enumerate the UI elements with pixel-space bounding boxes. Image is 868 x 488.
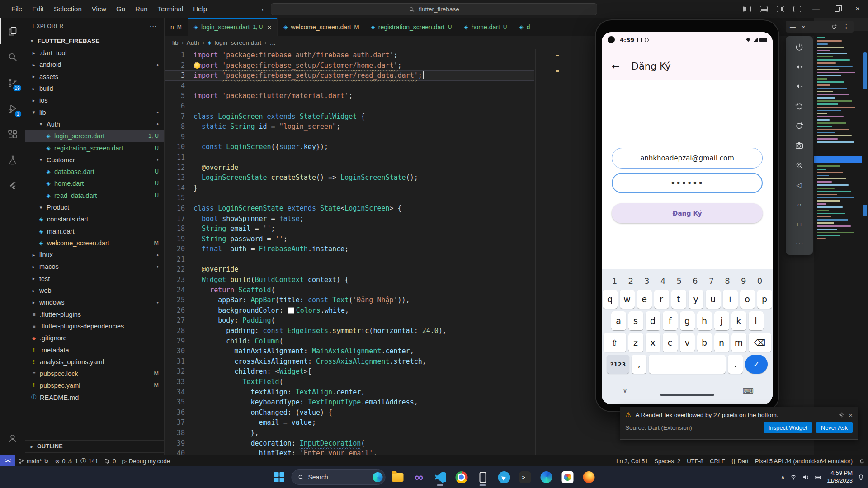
key-p[interactable]: p (757, 290, 772, 309)
source-control-icon[interactable]: 19 (0, 70, 25, 95)
indentation[interactable]: Spaces: 2 (651, 455, 684, 466)
tab-registration_screen.dart[interactable]: ◈registration_screen.dartU (365, 18, 458, 36)
code-line-29[interactable]: 29 child: Column( (165, 336, 534, 347)
lightbulb-icon[interactable] (194, 62, 200, 69)
key-g[interactable]: g (680, 311, 695, 330)
code-line-1[interactable]: 1import 'package:firebase_auth/firebase_… (165, 50, 534, 61)
code-line-24[interactable]: 24 return Scaffold( (165, 285, 534, 296)
tree-file-constants.dart[interactable]: ◈constants.dart (25, 213, 164, 225)
tree-file-welcome_screen.dart[interactable]: ◈welcome_screen.dartM (25, 237, 164, 249)
toggle-panel-icon[interactable] (760, 6, 768, 12)
volume-down-icon[interactable] (792, 80, 807, 93)
key-j[interactable]: j (714, 311, 729, 330)
key-z[interactable]: z (628, 333, 643, 352)
emulator-menu-kebab-icon[interactable]: ⋮ (843, 23, 849, 30)
space-key[interactable] (649, 355, 726, 374)
key-6[interactable]: 6 (688, 276, 703, 286)
notification-bell-icon[interactable] (858, 474, 864, 481)
code-line-15[interactable]: 15 (165, 193, 534, 203)
code-line-14[interactable]: 14} (165, 183, 534, 193)
emulator-close-icon[interactable]: × (802, 23, 806, 31)
nav-back-icon[interactable]: ← (260, 5, 268, 14)
show-desktop-button[interactable] (866, 466, 868, 488)
tree-file-read_data.dart[interactable]: ◈read_data.dartU (25, 190, 164, 202)
code-line-37[interactable]: 37 email = value; (165, 418, 534, 428)
key-k[interactable]: k (731, 311, 746, 330)
tab-n[interactable]: nM (165, 18, 188, 36)
code-line-38[interactable]: 38 }, (165, 428, 534, 438)
menu-selection[interactable]: Selection (49, 0, 87, 18)
key-v[interactable]: v (680, 333, 695, 352)
phone-link-icon[interactable] (474, 468, 492, 486)
sync-icon[interactable]: ↻ (44, 458, 48, 465)
key-4[interactable]: 4 (656, 276, 670, 286)
tree-folder-web[interactable]: ▸web (25, 285, 164, 296)
tree-file-home.dart[interactable]: ◈home.dartU (25, 178, 164, 189)
inspect-widget-button[interactable]: Inspect Widget (764, 422, 812, 433)
menu-file[interactable]: File (6, 0, 27, 18)
code-line-18[interactable]: 18 String email = ''; (165, 224, 534, 234)
volume-icon[interactable] (802, 474, 809, 481)
code-line-9[interactable]: 9 (165, 132, 534, 142)
key-8[interactable]: 8 (720, 276, 735, 286)
section-outline[interactable]: ▸OUTLINE (25, 440, 164, 452)
tree-file-pubspec.yaml[interactable]: !pubspec.yamlM (25, 380, 164, 391)
code-line-20[interactable]: 20 final _auth = FirebaseAuth.instance; (165, 244, 534, 254)
customize-layout-icon[interactable] (793, 6, 801, 12)
toggle-secondary-sidebar-icon[interactable] (777, 6, 784, 12)
toggle-sidebar-icon[interactable] (743, 6, 751, 12)
tree-file-login_screen.dart[interactable]: ◈login_screen.dart1, U (25, 130, 164, 142)
key-a[interactable]: a (611, 311, 626, 330)
code-line-5[interactable]: 5import 'package:flutter/material.dart'; (165, 91, 534, 101)
tree-file-registration_screen.dart[interactable]: ◈registration_screen.dartU (25, 142, 164, 154)
key-3[interactable]: 3 (639, 276, 654, 286)
key-u[interactable]: u (706, 290, 721, 309)
search-sidebar-icon[interactable] (0, 44, 25, 70)
symbols-key[interactable]: ?123 (607, 355, 629, 374)
edge-icon[interactable] (538, 468, 556, 486)
hide-keyboard-icon[interactable]: ∨ (623, 386, 627, 394)
chrome-icon[interactable] (453, 468, 471, 486)
code-line-33[interactable]: 33 TextField( (165, 377, 534, 387)
command-center[interactable]: flutter_firebase (271, 3, 597, 15)
code-line-23[interactable]: 23 Widget build(BuildContext context) { (165, 275, 534, 285)
cursor-position[interactable]: Ln 3, Col 51 (613, 455, 651, 466)
tree-folder-Product[interactable]: ▾Product (25, 202, 164, 213)
tree-file-.gitignore[interactable]: ◆.gitignore (25, 332, 164, 344)
code-line-13[interactable]: 13 LoginScreenState createState() => Log… (165, 173, 534, 183)
scrollbar[interactable] (863, 52, 867, 89)
tree-folder-lib[interactable]: ▾lib● (25, 106, 164, 118)
key-c[interactable]: c (663, 333, 678, 352)
key-1[interactable]: 1 (607, 276, 622, 286)
code-line-25[interactable]: 25 appBar: AppBar(title: const Text('Đăn… (165, 295, 534, 305)
key-7[interactable]: 7 (704, 276, 719, 286)
menu-help[interactable]: Help (188, 0, 212, 18)
code-line-12[interactable]: 12 @override (165, 163, 534, 173)
tree-file-analysis_options.yaml[interactable]: !analysis_options.yaml (25, 356, 164, 368)
key-0[interactable]: 0 (752, 276, 767, 286)
password-field[interactable]: •••••• (612, 173, 763, 193)
key-l[interactable]: l (749, 311, 764, 330)
key-b[interactable]: b (697, 333, 712, 352)
visual-studio-icon[interactable]: ∞ (410, 468, 428, 486)
breadcrumb-Auth[interactable]: Auth (187, 39, 199, 46)
code-line-39[interactable]: 39 decoration: InputDecoration( (165, 438, 534, 449)
emulator-rotate-window-icon[interactable] (831, 23, 837, 30)
code-line-6[interactable]: 6 (165, 101, 534, 112)
code-line-31[interactable]: 31 crossAxisAlignment: CrossAxisAlignmen… (165, 357, 534, 367)
android-overview-icon[interactable]: □ (792, 217, 807, 231)
emulator-more-icon[interactable]: ⋯ (792, 237, 807, 251)
code-line-19[interactable]: 19 String password = ''; (165, 234, 534, 244)
run-debug-icon[interactable]: 1 (0, 95, 25, 121)
breadcrumb-login_screen.dart[interactable]: login_screen.dart (214, 39, 261, 46)
encoding[interactable]: UTF-8 (684, 455, 707, 466)
tree-file-database.dart[interactable]: ◈database.dartU (25, 166, 164, 178)
notifications-bell[interactable] (856, 455, 868, 466)
power-icon[interactable] (792, 40, 807, 54)
code-line-4[interactable]: 4 (165, 81, 534, 91)
period-key[interactable]: . (728, 355, 743, 374)
close-button[interactable]: × (847, 0, 868, 18)
tree-folder-android[interactable]: ▸android● (25, 59, 164, 70)
code-line-26[interactable]: 26 backgroundColor: Colors.white, (165, 305, 534, 316)
tree-file-.metadata[interactable]: !.metadata (25, 344, 164, 356)
